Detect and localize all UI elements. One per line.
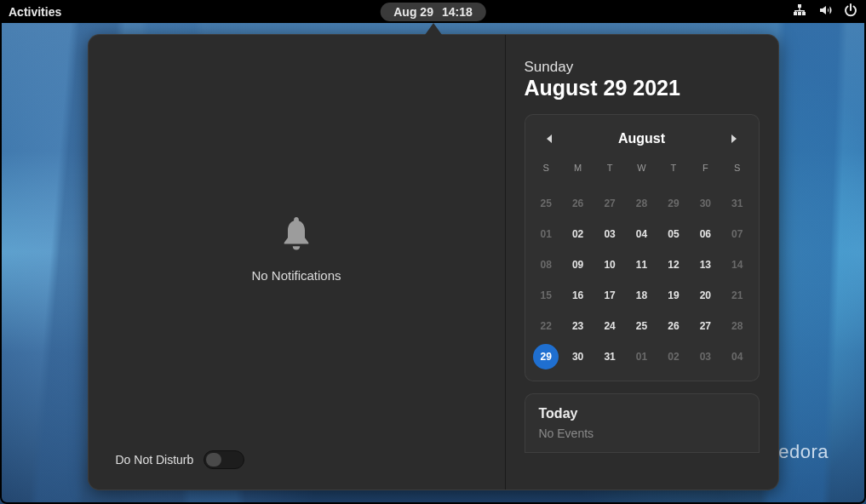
- day-cell[interactable]: 13: [690, 251, 721, 278]
- bell-icon: [281, 217, 312, 255]
- day-cell[interactable]: 26: [657, 312, 689, 340]
- day-cell[interactable]: 07: [721, 220, 753, 248]
- day-cell[interactable]: 06: [690, 220, 721, 248]
- day-cell[interactable]: 03: [594, 220, 625, 248]
- clock-button[interactable]: Aug 29 14:18: [380, 3, 486, 21]
- day-number: 06: [692, 221, 718, 247]
- activities-button[interactable]: Activities: [9, 5, 61, 19]
- day-cell[interactable]: 02: [657, 343, 689, 370]
- day-number: 25: [628, 313, 654, 339]
- day-number: 02: [661, 344, 686, 369]
- svg-rect-3: [802, 12, 806, 15]
- day-number: 31: [597, 344, 622, 369]
- day-number: 01: [533, 221, 559, 247]
- date-header[interactable]: Sunday August 29 2021: [525, 52, 760, 102]
- day-cell[interactable]: 10: [594, 251, 625, 278]
- day-number: 21: [725, 283, 750, 308]
- day-cell[interactable]: 19: [657, 282, 689, 309]
- volume-icon: [818, 3, 832, 20]
- day-cell[interactable]: 30: [690, 190, 721, 217]
- day-number: 30: [692, 191, 718, 216]
- day-cell[interactable]: 30: [562, 343, 594, 370]
- day-cell[interactable]: 04: [626, 220, 657, 248]
- topbar-time: 14:18: [442, 5, 473, 19]
- day-cell[interactable]: 01: [626, 343, 657, 370]
- weekday-header: F: [690, 158, 721, 186]
- events-card[interactable]: Today No Events: [525, 393, 760, 453]
- day-cell[interactable]: 01: [530, 220, 562, 248]
- day-number: 28: [725, 313, 750, 339]
- prev-month-button[interactable]: [539, 129, 559, 149]
- weekday-header: S: [530, 158, 562, 186]
- system-status-area[interactable]: [793, 3, 857, 20]
- day-cell[interactable]: 22: [530, 312, 562, 340]
- day-cell[interactable]: 20: [690, 282, 721, 309]
- day-number: 19: [661, 283, 686, 308]
- day-number: 03: [597, 221, 622, 247]
- svg-rect-0: [798, 4, 801, 8]
- day-number: 27: [692, 313, 718, 339]
- day-cell[interactable]: 09: [562, 251, 594, 278]
- day-cell[interactable]: 27: [690, 312, 721, 340]
- next-month-button[interactable]: [724, 129, 744, 149]
- network-icon: [793, 3, 806, 20]
- chevron-right-icon: [731, 135, 737, 143]
- chevron-left-icon: [546, 135, 553, 143]
- day-cell[interactable]: 16: [562, 282, 594, 309]
- month-navigation: August: [530, 123, 754, 158]
- day-cell[interactable]: 02: [562, 220, 594, 248]
- popup-arrow: [425, 23, 442, 35]
- weekday-header: W: [626, 158, 657, 186]
- svg-rect-6: [794, 10, 795, 12]
- day-cell[interactable]: 17: [594, 282, 625, 309]
- day-number: 04: [628, 221, 654, 247]
- day-cell[interactable]: 23: [562, 312, 594, 340]
- day-cell[interactable]: 08: [530, 251, 562, 278]
- dnd-label: Do Not Disturb: [116, 453, 194, 467]
- day-number: 04: [725, 344, 750, 369]
- day-cell[interactable]: 31: [721, 190, 753, 217]
- dnd-toggle[interactable]: [204, 450, 244, 469]
- day-cell[interactable]: 25: [626, 312, 657, 340]
- day-number: 27: [597, 191, 622, 216]
- weekday-header: M: [562, 158, 594, 186]
- day-cell[interactable]: 14: [721, 251, 753, 278]
- day-cell[interactable]: 29: [657, 190, 689, 217]
- day-name: Sunday: [525, 59, 760, 76]
- day-cell[interactable]: 28: [626, 190, 657, 217]
- day-number: 29: [661, 191, 686, 216]
- events-empty-label: No Events: [539, 427, 745, 440]
- day-number: 09: [565, 252, 591, 278]
- day-today: 29: [533, 344, 559, 369]
- svg-rect-1: [794, 12, 797, 15]
- day-number: 05: [661, 221, 686, 247]
- day-cell[interactable]: 31: [594, 343, 625, 370]
- day-cell[interactable]: 24: [594, 312, 625, 340]
- day-cell[interactable]: 25: [530, 190, 562, 217]
- day-cell[interactable]: 18: [626, 282, 657, 309]
- day-number: 18: [628, 283, 654, 308]
- power-icon: [844, 3, 857, 20]
- day-number: 26: [661, 313, 686, 339]
- day-cell[interactable]: 12: [657, 251, 689, 278]
- day-cell[interactable]: 27: [594, 190, 625, 217]
- day-cell[interactable]: 28: [721, 312, 753, 340]
- toggle-knob: [206, 453, 221, 467]
- distro-branding: edora: [778, 441, 829, 463]
- day-cell[interactable]: 15: [530, 282, 562, 309]
- day-number: 11: [628, 252, 654, 278]
- day-number: 25: [533, 191, 559, 216]
- day-cell[interactable]: 29: [530, 343, 562, 370]
- day-cell[interactable]: 05: [657, 220, 689, 248]
- weekday-header: T: [657, 158, 689, 186]
- day-cell[interactable]: 04: [721, 343, 753, 370]
- day-number: 23: [565, 313, 591, 339]
- day-number: 01: [628, 344, 654, 369]
- day-cell[interactable]: 11: [626, 251, 657, 278]
- svg-rect-2: [798, 12, 801, 15]
- month-label: August: [618, 131, 665, 146]
- calendar-grid: SMTWTFS252627282930310102030405060708091…: [530, 158, 754, 370]
- day-cell[interactable]: 03: [690, 343, 721, 370]
- day-cell[interactable]: 21: [721, 282, 753, 309]
- day-cell[interactable]: 26: [562, 190, 594, 217]
